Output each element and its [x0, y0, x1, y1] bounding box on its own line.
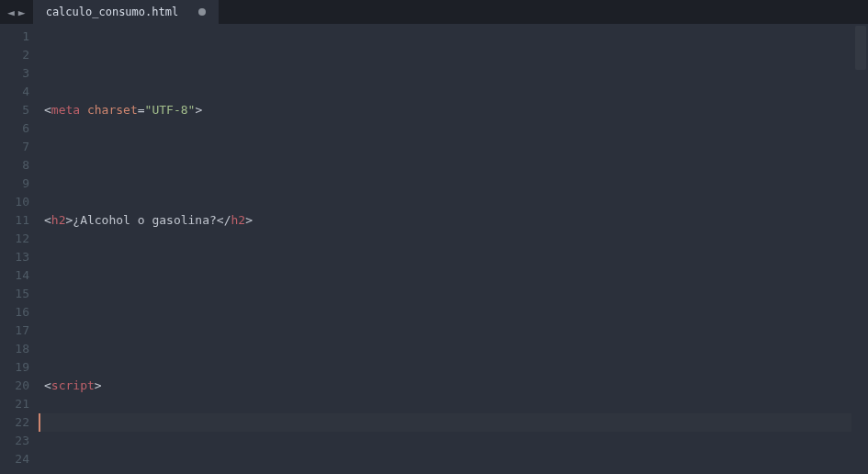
code-line: <script> [44, 377, 868, 395]
line-number: 21 [0, 395, 29, 413]
code-line [44, 432, 868, 450]
line-number: 7 [0, 138, 29, 156]
nav-back-icon[interactable]: ◄ [6, 6, 17, 19]
code-line: <h2>¿Alcohol o gasolina?</h2> [44, 211, 868, 230]
line-number: 15 [0, 285, 29, 303]
line-number: 6 [0, 119, 29, 138]
minimap-thumb[interactable] [855, 26, 866, 70]
active-line-highlight [39, 413, 851, 432]
line-number: 10 [0, 193, 29, 211]
line-number: 14 [0, 266, 29, 285]
line-gutter: 1 2 3 4 5 6 7 8 9 10 11 12 13 14 15 16 1… [0, 24, 39, 474]
line-number: 13 [0, 248, 29, 266]
line-number: 22 [0, 413, 29, 432]
line-number: 23 [0, 432, 29, 450]
line-number: 8 [0, 156, 29, 175]
code-line [44, 322, 868, 340]
line-number: 24 [0, 450, 29, 468]
line-number: 16 [0, 303, 29, 322]
line-number: 3 [0, 64, 29, 83]
nav-forward-icon[interactable]: ► [17, 6, 28, 19]
code-line [44, 266, 868, 285]
line-number: 12 [0, 230, 29, 248]
tab-filename: calculo_consumo.html [46, 6, 179, 18]
line-number: 11 [0, 211, 29, 230]
titlebar: ◄ ► calculo_consumo.html [0, 0, 868, 24]
line-number: 4 [0, 83, 29, 101]
line-number: 2 [0, 46, 29, 64]
line-number: 5 [0, 101, 29, 119]
nav-arrows: ◄ ► [0, 0, 33, 24]
line-number: 9 [0, 175, 29, 193]
file-tab[interactable]: calculo_consumo.html [33, 0, 220, 24]
code-line [44, 156, 868, 175]
editor: 1 2 3 4 5 6 7 8 9 10 11 12 13 14 15 16 1… [0, 24, 868, 474]
line-number: 18 [0, 340, 29, 358]
unsaved-dot-icon [198, 8, 206, 16]
code-line: <meta charset="UTF-8"> [44, 101, 868, 119]
line-number: 20 [0, 377, 29, 395]
line-number: 19 [0, 358, 29, 377]
line-number: 1 [0, 28, 29, 46]
code-area[interactable]: <meta charset="UTF-8"> <h2>¿Alcohol o ga… [39, 24, 868, 474]
minimap[interactable] [851, 24, 868, 474]
line-number: 17 [0, 322, 29, 340]
